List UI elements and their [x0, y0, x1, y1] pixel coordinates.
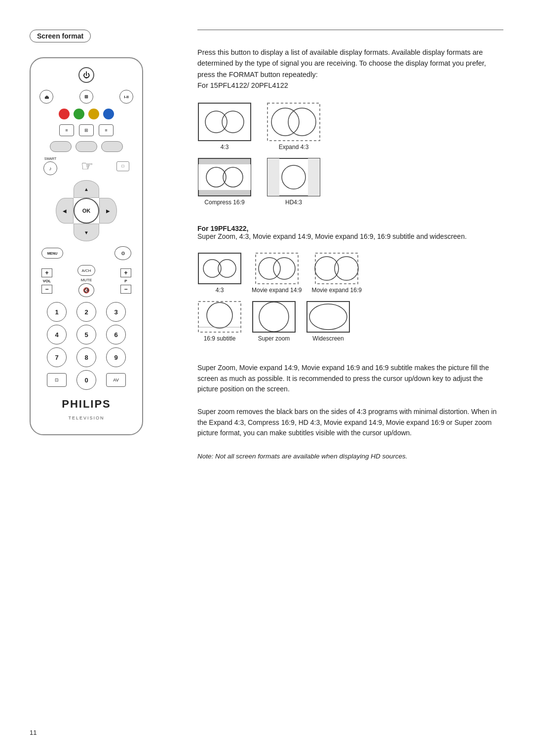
p-label: P — [124, 279, 127, 283]
text-btn[interactable]: ≡ — [99, 124, 114, 136]
dpad-up[interactable]: ▲ — [74, 180, 99, 198]
record-btn[interactable]: □ — [116, 161, 129, 171]
oval-btn-1[interactable] — [50, 141, 72, 152]
svg-rect-14 — [198, 253, 241, 284]
list-btn[interactable]: ≡ — [59, 124, 74, 136]
format-hd-4-3: HD4:3 — [266, 157, 321, 206]
oval-btn-2[interactable] — [76, 141, 97, 152]
tv-label: TELEVISION — [68, 416, 104, 420]
format-diagrams-19: 4:3 Movie expand 14:9 — [197, 252, 503, 351]
number-grid: 1 2 3 4 5 6 7 8 9 ⊡ 0 AV — [43, 302, 129, 390]
btn-5[interactable]: 5 — [76, 325, 96, 344]
format-hd-4-3-diagram — [266, 157, 321, 197]
menu-row: MENU ⚙ — [39, 246, 133, 260]
svg-rect-17 — [256, 253, 298, 284]
smart-row: SMART ♪ ☞ □ — [39, 157, 133, 175]
left-column: Screen format ⏻ ⏏ ⊞ I-II ≡ — [30, 30, 178, 736]
dpad: ▲ ◀ OK ▶ ▼ — [56, 180, 117, 241]
caption-super-zoom: Super zoom — [258, 335, 290, 342]
gray-oval-row — [50, 141, 123, 152]
btn-6[interactable]: 6 — [106, 325, 126, 344]
format-super-zoom-svg — [252, 301, 296, 333]
caption-19-4-3: 4:3 — [216, 287, 224, 294]
svg-rect-28 — [307, 302, 349, 332]
dpad-down[interactable]: ▼ — [74, 224, 99, 241]
btn-8[interactable]: 8 — [76, 347, 96, 367]
oval-btn-3[interactable] — [101, 141, 123, 152]
vol-label: VOL — [43, 279, 51, 283]
dpad-left[interactable]: ◀ — [56, 198, 74, 224]
menu-button[interactable]: MENU — [41, 248, 63, 259]
settings-button[interactable]: ⚙ — [114, 246, 131, 260]
format-expand-4-3-diagram — [266, 102, 321, 142]
caption-16-9-subtitle: 16:9 subtitle — [204, 335, 236, 342]
p-minus[interactable]: − — [120, 285, 131, 294]
caption-hd-4-3: HD4:3 — [285, 199, 302, 206]
svg-rect-12 — [308, 158, 320, 196]
icon-buttons-row: ≡ ⊞ ≡ — [59, 124, 114, 136]
top-divider — [197, 30, 503, 30]
caption-movie-14-9: Movie expand 14:9 — [252, 287, 302, 294]
btn-2[interactable]: 2 — [76, 302, 96, 322]
red-button[interactable] — [59, 109, 70, 119]
format-movie-16-9: Movie expand 16:9 — [311, 252, 361, 294]
svg-rect-23 — [198, 302, 241, 332]
format-movie-14-9: Movie expand 14:9 — [252, 252, 302, 294]
format-row-1: 4:3 Expand 4:3 — [197, 102, 503, 151]
p-plus[interactable]: + — [120, 268, 131, 277]
mute-area: MUTE 🔇 — [78, 278, 94, 297]
color-buttons-row — [59, 109, 114, 119]
power-button[interactable]: ⏻ — [78, 67, 94, 83]
btn-7[interactable]: 7 — [47, 347, 67, 367]
format-row-2: Compress 16:9 HD4:3 — [197, 157, 503, 206]
btn-0[interactable]: 0 — [76, 370, 96, 390]
format-16-9-subtitle: 16:9 subtitle — [197, 301, 242, 342]
format-row-3: 4:3 Movie expand 14:9 — [197, 252, 503, 294]
format-4-3: 4:3 — [197, 102, 252, 151]
btn-subtitle[interactable]: ⊡ — [47, 373, 67, 387]
ok-button[interactable]: OK — [74, 198, 99, 224]
svg-rect-11 — [267, 158, 279, 196]
remote-control: ⏻ ⏏ ⊞ I-II ≡ ⊞ ≡ — [30, 57, 143, 435]
green-button[interactable] — [74, 109, 84, 119]
philips-logo: PHILIPS — [62, 398, 111, 411]
blue-button[interactable] — [103, 109, 114, 119]
btn-1[interactable]: 1 — [47, 302, 67, 322]
smart-label: SMART — [44, 157, 56, 160]
btn-3[interactable]: 3 — [106, 302, 126, 322]
grid-btn[interactable]: ⊞ — [79, 124, 94, 136]
intro-text: Press this button to display a list of a… — [197, 47, 503, 91]
format-19-4-3-svg — [197, 252, 242, 285]
format-compress-16-9-diagram — [197, 157, 252, 197]
format-row-4: 16:9 subtitle Super zoom Wides — [197, 301, 503, 342]
power-icon: ⏻ — [83, 71, 90, 79]
vol-col: + VOL − — [41, 268, 52, 294]
dpad-right[interactable]: ▶ — [99, 198, 117, 224]
caption-movie-16-9: Movie expand 16:9 — [311, 287, 361, 294]
format-movie-16-9-svg — [314, 252, 359, 285]
yellow-button[interactable] — [88, 109, 99, 119]
format-super-zoom: Super zoom — [252, 301, 296, 342]
ach-button[interactable]: A/CH — [77, 265, 95, 276]
mute-button[interactable]: 🔇 — [78, 283, 94, 297]
section-label: Screen format — [30, 30, 91, 42]
format-diagrams-15-20: 4:3 Expand 4:3 — [197, 102, 503, 215]
caption-widescreen: Widescreen — [312, 335, 343, 342]
vol-minus[interactable]: − — [41, 285, 52, 294]
btn-4[interactable]: 4 — [47, 325, 67, 344]
desc-text-2: Super zoom removes the black bars on the… — [197, 407, 503, 439]
info-btn[interactable]: ⊞ — [79, 90, 93, 104]
for-15-20-label: For 15PFL4122/ 20PFL4122 — [197, 81, 288, 89]
source-btn[interactable]: ⏏ — [39, 90, 53, 104]
format-widescreen-svg — [306, 301, 350, 333]
smart-button[interactable]: ♪ — [43, 161, 57, 175]
caption-compress-16-9: Compress 16:9 — [204, 199, 244, 206]
desc-text-1: Super Zoom, Movie expand 14:9, Movie exp… — [197, 363, 503, 395]
vol-plus[interactable]: + — [41, 268, 52, 277]
btn-av[interactable]: AV — [106, 373, 126, 387]
note-text: Note: Not all screen formats are availab… — [197, 452, 503, 461]
top-icon-row: ⏏ ⊞ I-II — [39, 90, 133, 104]
hand-gesture-icon: ☞ — [81, 158, 93, 174]
btn-9[interactable]: 9 — [106, 347, 126, 367]
hii-btn[interactable]: I-II — [119, 90, 133, 104]
